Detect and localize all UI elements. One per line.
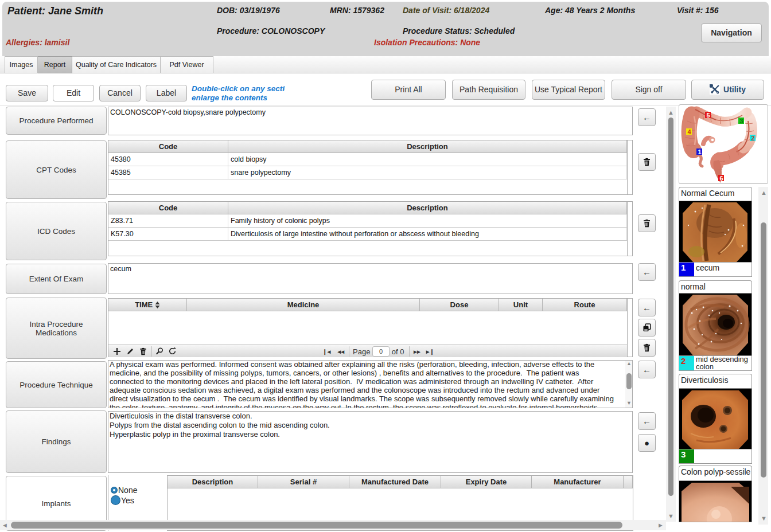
svg-text:1: 1 xyxy=(698,148,702,155)
svg-text:3: 3 xyxy=(740,118,743,124)
svg-text:6: 6 xyxy=(720,175,723,182)
svg-text:2: 2 xyxy=(751,135,755,142)
svg-text:4: 4 xyxy=(688,128,692,135)
svg-text:5: 5 xyxy=(707,112,710,119)
